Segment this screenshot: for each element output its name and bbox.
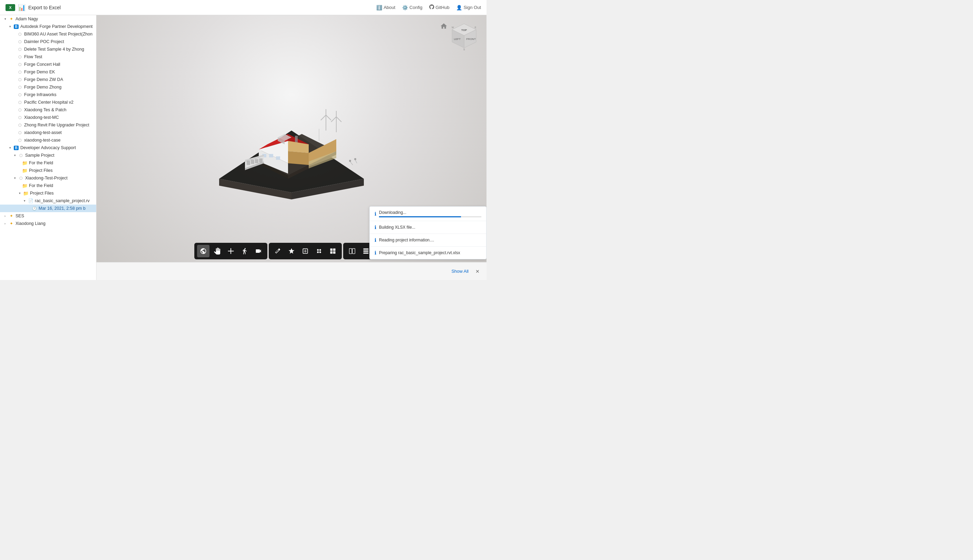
tree-label: Daimler POC Project [24, 39, 64, 44]
tree-item-daimler[interactable]: ⬡ Daimler POC Project [0, 38, 96, 45]
tree-item-flow-test[interactable]: ⬡ Flow Test [0, 53, 96, 61]
info-icon: ℹ️ [376, 5, 382, 10]
svg-rect-57 [333, 249, 335, 251]
tree-item-adam-nagy[interactable]: ▾ ✦ Adam Nagy [0, 15, 96, 23]
3d-viewer[interactable]: TOP FRONT LEFT W E S [97, 15, 486, 280]
tree-item-forge-concert[interactable]: ⬡ Forge Concert Hall [0, 61, 96, 68]
home-button[interactable] [439, 22, 449, 31]
svg-rect-63 [364, 250, 369, 252]
measure-button[interactable] [272, 245, 284, 257]
info-icon: ℹ [374, 237, 376, 243]
tree-item-autodesk-forge[interactable]: ▾ B Autodesk Forge Partner Development [0, 23, 96, 30]
toggle-rac-basic: ▾ [22, 198, 27, 203]
app-title: Export to Excel [28, 5, 61, 10]
tree-item-forge-demo-zhong[interactable]: ⬡ Forge Demo Zhong [0, 83, 96, 91]
tree-item-xiaodong-mc[interactable]: ⬡ Xiaodong-test-MC [0, 113, 96, 121]
notif-text: Building XLSX file... [379, 225, 415, 230]
svg-text:E: E [475, 26, 477, 28]
project-icon: ⬡ [17, 107, 23, 113]
explode-button[interactable] [285, 245, 298, 257]
tree-item-mar-version[interactable]: 🕐 Mar 16, 2021, 2:58 pm b [0, 205, 96, 212]
model-browser-button[interactable] [327, 245, 339, 257]
tree-label: Xiaodong-test-MC [24, 115, 59, 120]
tree-item-rac-basic[interactable]: ▾ 📄 rac_basic_sample_project.rv [0, 197, 96, 205]
tree-label: Project Files [30, 191, 54, 196]
close-download-button[interactable]: ✕ [474, 267, 481, 275]
tree-label: Adam Nagy [15, 17, 38, 22]
walk-button[interactable] [239, 245, 251, 257]
tree-label: Sample Project [25, 153, 54, 158]
svg-rect-33 [259, 158, 262, 163]
notif-reading-project: ℹ Reading project information.... [370, 234, 486, 247]
tree-item-delete-test[interactable]: ⬡ Delete Test Sample 4 by Zhong [0, 45, 96, 53]
hub-icon: B [13, 24, 19, 29]
tree-item-for-the-field-2[interactable]: 📁 For the Field [0, 182, 96, 189]
notif-content: Downloading... [379, 210, 481, 217]
tree-label: Xiaodong Liang [15, 221, 45, 226]
user-icon: 👤 [456, 5, 462, 10]
tree-item-for-the-field-1[interactable]: 📁 For the Field [0, 159, 96, 167]
signout-nav-item[interactable]: 👤 Sign Out [456, 5, 481, 10]
zoom-button[interactable] [225, 245, 237, 257]
orbit-button[interactable] [197, 245, 209, 257]
tree-label: Xiaodong-Test-Project [25, 176, 68, 180]
tree-item-xiaodong-asset[interactable]: ⬡ xiaodong-test-asset [0, 129, 96, 137]
tree-label: Delete Test Sample 4 by Zhong [24, 47, 84, 52]
camera-button[interactable] [252, 245, 265, 257]
tree-item-xiaodong-case[interactable]: ⬡ xiaodong-test-case [0, 137, 96, 144]
config-icon: ⚙️ [402, 5, 408, 10]
tree-item-bim360[interactable]: ⬡ BIM360 AU Asset Test Project(Zhon [0, 30, 96, 38]
tree-label: Autodesk Forge Partner Development [20, 24, 93, 29]
tree-label: Forge Demo Zhong [24, 85, 61, 90]
pan-button[interactable] [211, 245, 223, 257]
project-icon: ⬡ [17, 62, 23, 67]
tree-label: xiaodong-test-asset [24, 130, 62, 135]
about-nav-item[interactable]: ℹ️ About [376, 5, 395, 10]
github-nav-item[interactable]: GitHub [429, 5, 449, 10]
svg-point-54 [317, 252, 319, 253]
tree-item-ses[interactable]: ▸ ✦ SES [0, 212, 96, 220]
svg-text:S: S [463, 48, 465, 51]
scatter-button[interactable] [313, 245, 325, 257]
tree-item-xiaodong-liang[interactable]: ▸ ✦ Xiaodong Liang [0, 220, 96, 227]
svg-line-42 [336, 117, 341, 122]
section-button[interactable] [299, 245, 312, 257]
project-icon: ⬡ [17, 39, 23, 45]
tree-item-pacific-center[interactable]: ⬡ Pacific Center Hospital v2 [0, 98, 96, 106]
project-icon: ⬡ [17, 92, 23, 97]
svg-rect-59 [333, 252, 335, 254]
tree-label: BIM360 AU Asset Test Project(Zhon [24, 32, 92, 37]
tree-item-sample-project[interactable]: ▾ ⬡ Sample Project [0, 152, 96, 159]
progress-bar [379, 216, 481, 217]
project-icon: ⬡ [17, 54, 23, 60]
tree-item-project-files-1[interactable]: 📁 Project Files [0, 167, 96, 174]
view-cube[interactable]: TOP FRONT LEFT W E S [449, 22, 480, 53]
config-nav-item[interactable]: ⚙️ Config [402, 5, 422, 10]
export-icon: 📊 [18, 4, 25, 12]
project-icon: ⬡ [17, 137, 23, 143]
svg-text:LEFT: LEFT [454, 38, 461, 41]
svg-line-47 [350, 162, 353, 165]
project-icon: ⬡ [17, 115, 23, 120]
split-view-button[interactable] [346, 245, 358, 257]
tree-item-zhong-revit[interactable]: ⬡ Zhong Revit File Upgrader Project [0, 121, 96, 129]
show-all-button[interactable]: Show All [449, 267, 471, 275]
folder-icon: 📁 [23, 190, 28, 196]
measure-tools-group [269, 243, 342, 259]
tree-item-dev-advocacy[interactable]: ▾ B Developer Advocacy Support [0, 144, 96, 152]
tree-item-xiaodong-test-project[interactable]: ▾ ⬡ Xiaodong-Test-Project [0, 174, 96, 182]
toggle-xiaodong-test-project: ▾ [12, 176, 17, 180]
info-icon: ℹ [374, 250, 376, 255]
tree-label: xiaodong-test-case [24, 138, 61, 143]
tree-item-forge-infraworks[interactable]: ⬡ Forge Infraworks [0, 91, 96, 98]
svg-rect-64 [364, 252, 369, 253]
svg-rect-32 [255, 159, 259, 163]
tree-item-project-files-2[interactable]: ▾ 📁 Project Files [0, 189, 96, 197]
tree-item-forge-demo-zw[interactable]: ⬡ Forge Demo ZW DA [0, 76, 96, 83]
tree-label: For the Field [29, 183, 53, 188]
tree-item-forge-demo-ek[interactable]: ⬡ Forge Demo EK [0, 68, 96, 76]
tree-label: Project Files [29, 168, 53, 173]
project-icon: ⬡ [17, 130, 23, 135]
tree-item-xiaodong-tes[interactable]: ⬡ Xiaodong Tes & Patch [0, 106, 96, 113]
project-icon: ⬡ [17, 100, 23, 105]
